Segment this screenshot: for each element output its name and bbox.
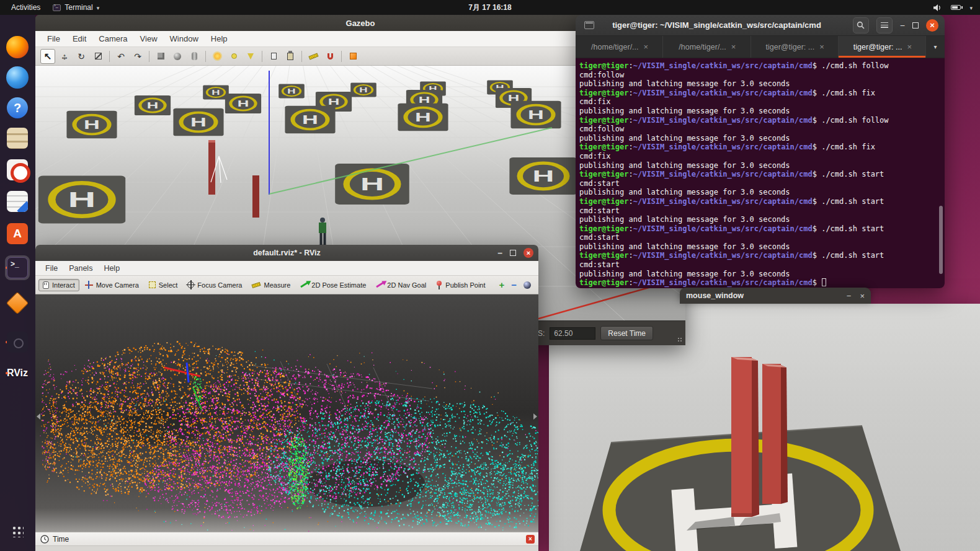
tool-label: Select xyxy=(159,281,178,289)
minimize-icon[interactable]: – xyxy=(497,250,502,256)
spotlight-tool[interactable] xyxy=(243,49,258,64)
close-icon[interactable] xyxy=(523,248,533,258)
dock-ubuntu-software[interactable] xyxy=(5,221,30,246)
menu-button[interactable] xyxy=(876,17,893,33)
dock-files[interactable] xyxy=(5,126,30,151)
volume-icon xyxy=(933,4,942,12)
tab-close-icon[interactable] xyxy=(644,42,654,51)
dock-terminal[interactable] xyxy=(5,255,30,280)
terminal-tab-3[interactable]: tiger@tiger: ... xyxy=(751,36,839,58)
tool-measure[interactable]: Measure xyxy=(247,279,295,291)
dock-gazebo[interactable] xyxy=(5,291,30,315)
search-button[interactable] xyxy=(853,17,869,33)
clock[interactable]: 7月 17 16:18 xyxy=(468,2,511,13)
add-tool-icon[interactable]: + xyxy=(499,280,504,290)
time-panel-header[interactable]: Time xyxy=(35,532,538,546)
reset-time-button[interactable]: Reset Time xyxy=(600,326,653,340)
dock-rhythmbox[interactable] xyxy=(5,157,30,182)
dock-firefox[interactable] xyxy=(5,35,30,60)
tool-publish-point[interactable]: Publish Point xyxy=(432,278,489,292)
rviz-titlebar[interactable]: default.rviz* - RViz – xyxy=(35,245,538,261)
libreoffice-writer-icon xyxy=(7,191,28,212)
tool-focus-camera[interactable]: Focus Camera xyxy=(183,279,246,291)
close-icon[interactable] xyxy=(860,291,865,301)
terminal-titlebar[interactable]: tiger@tiger: ~/VISIM_single/catkin_ws/sr… xyxy=(576,15,945,36)
minimize-icon[interactable]: − xyxy=(900,22,905,29)
firefox-icon xyxy=(6,36,29,58)
terminal-tab-4[interactable]: tiger@tiger: ... xyxy=(839,36,926,58)
rotate-tool[interactable] xyxy=(74,49,89,64)
prompt-path: ~/VISIM_single/catkin_ws/src/captain/cmd xyxy=(633,224,813,233)
box-icon xyxy=(158,53,164,60)
tool-2d-pose-estimate[interactable]: 2D Pose Estimate xyxy=(296,279,370,291)
maximize-icon[interactable] xyxy=(510,250,516,256)
measure-tool[interactable] xyxy=(306,49,321,64)
terminal-body[interactable]: tiger@tiger:~/VISIM_single/catkin_ws/src… xyxy=(576,58,945,288)
rviz-icon: RViz xyxy=(7,368,28,379)
rviz-3d-view[interactable] xyxy=(35,294,538,532)
tab-list-dropdown-icon[interactable] xyxy=(926,36,945,58)
panel-collapse-right-icon[interactable] xyxy=(533,413,537,420)
translate-tool[interactable] xyxy=(57,49,72,64)
tool-move-camera[interactable]: Move Camera xyxy=(81,278,143,291)
select-arrow-tool[interactable] xyxy=(40,49,55,64)
clock-icon xyxy=(40,535,49,544)
gazebo-menu-camera[interactable]: Camera xyxy=(93,32,133,45)
sphere-icon[interactable] xyxy=(523,281,531,289)
helipad: H xyxy=(203,86,229,100)
terminal-line: tiger@tiger:~/VISIM_single/catkin_ws/src… xyxy=(579,170,945,179)
dock-dark-app[interactable] xyxy=(5,330,30,355)
tool-select[interactable]: Select xyxy=(145,279,182,291)
panel-collapse-left-icon[interactable] xyxy=(37,413,40,420)
activities-button[interactable]: Activities xyxy=(6,0,45,15)
show-applications-button[interactable] xyxy=(5,519,30,544)
maximize-icon[interactable] xyxy=(912,22,919,29)
copy-tool[interactable] xyxy=(266,49,281,64)
cylinder-tool[interactable] xyxy=(187,49,202,64)
rviz-menu-panels[interactable]: Panels xyxy=(64,263,97,274)
dock-rviz[interactable]: RViz xyxy=(5,361,30,386)
scale-tool[interactable] xyxy=(91,49,105,64)
terminal-tab-2[interactable]: /home/tiger/... xyxy=(663,36,751,58)
rviz-menu-help[interactable]: Help xyxy=(99,263,125,274)
gazebo-menu-window[interactable]: Window xyxy=(164,32,204,45)
tool-2d-nav-goal[interactable]: 2D Nav Goal xyxy=(372,279,430,291)
gazebo-menu-file[interactable]: File xyxy=(42,32,66,45)
time-panel-close-icon[interactable] xyxy=(526,535,535,544)
redo-tool[interactable] xyxy=(130,49,145,64)
undo-tool[interactable] xyxy=(114,49,128,64)
terminal-tab-1[interactable]: /home/tiger/... xyxy=(576,36,663,58)
close-icon[interactable] xyxy=(926,19,938,32)
window-icon[interactable] xyxy=(584,21,594,29)
app-menu[interactable]: Terminal xyxy=(48,0,104,15)
pointcloud-canvas[interactable] xyxy=(35,294,538,532)
pointlight-tool[interactable] xyxy=(226,49,241,64)
resize-grip[interactable] xyxy=(677,337,682,342)
remove-tool-icon[interactable]: − xyxy=(511,280,517,290)
gazebo-menu-help[interactable]: Help xyxy=(205,32,233,45)
gazebo-icon xyxy=(6,292,29,315)
dock-thunderbird[interactable] xyxy=(5,65,30,90)
tab-close-icon[interactable] xyxy=(731,42,741,51)
helipad: H xyxy=(135,95,171,115)
prompt-command: ./cmd.sh start xyxy=(821,197,884,206)
sun-tool[interactable] xyxy=(210,49,225,64)
tab-close-icon[interactable] xyxy=(819,42,829,51)
system-status-area[interactable] xyxy=(933,3,980,12)
dock-help[interactable] xyxy=(5,95,30,120)
gazebo-menu-edit[interactable]: Edit xyxy=(67,32,92,45)
sphere-tool[interactable] xyxy=(170,49,185,64)
scrollbar-thumb[interactable] xyxy=(939,206,943,274)
model-tool[interactable] xyxy=(345,49,360,64)
minimize-icon[interactable]: − xyxy=(847,291,852,301)
tool-interact[interactable]: Interact xyxy=(38,279,79,291)
dock-libreoffice-writer[interactable] xyxy=(5,189,30,214)
rviz-menu-file[interactable]: File xyxy=(40,263,63,274)
tab-close-icon[interactable] xyxy=(907,42,917,51)
magnet-tool[interactable] xyxy=(323,49,337,64)
paste-tool[interactable] xyxy=(283,49,298,64)
box-tool[interactable] xyxy=(153,49,168,64)
terminal-window: tiger@tiger: ~/VISIM_single/catkin_ws/sr… xyxy=(576,15,945,288)
mouse-window-titlebar[interactable]: mouse_window − xyxy=(680,288,871,304)
gazebo-menu-view[interactable]: View xyxy=(135,32,163,45)
